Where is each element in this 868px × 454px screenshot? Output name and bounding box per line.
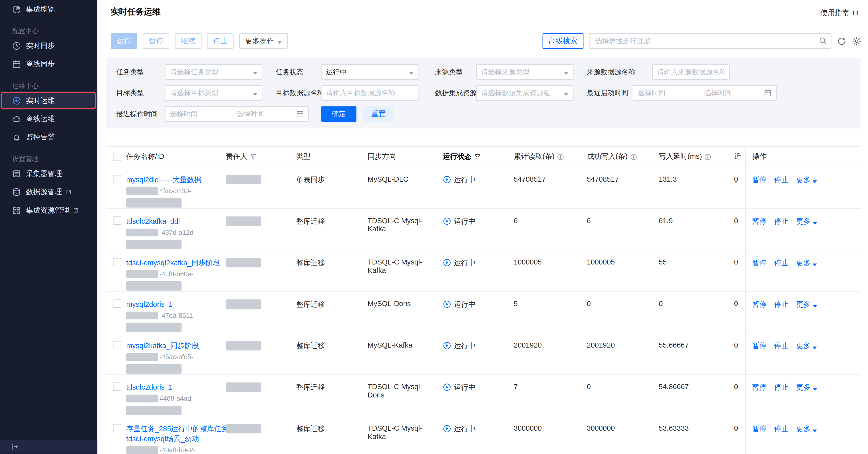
advanced-search-button[interactable]: 高级搜索 (542, 33, 584, 49)
sidebar-item-clock[interactable]: 实时同步 (0, 37, 97, 55)
run-button[interactable]: 运行 (111, 33, 137, 49)
task-name-link[interactable]: mysql2kafka_同步阶段 (126, 341, 221, 351)
pause-button[interactable]: 暂停 (143, 33, 169, 49)
pause-link[interactable]: 暂停 (752, 300, 767, 308)
col-status-header: 运行状态 (443, 152, 472, 162)
sidebar-item-calendar-sync[interactable]: 离线同步 (0, 55, 97, 73)
table-header: 任务名称/ID 责任人 类型 同步方向 运行状态 累计读取(条) (106, 146, 861, 168)
more-link[interactable]: 更多 (796, 259, 817, 267)
settings-gear-icon[interactable] (852, 36, 861, 46)
more-link[interactable]: 更多 (796, 300, 817, 308)
source-datasource-input[interactable] (652, 64, 730, 80)
task-name-link-line2[interactable]: tdsql-cmysql场景_勿动 (126, 434, 221, 444)
more-link[interactable]: 更多 (796, 341, 817, 350)
select-all-checkbox[interactable] (113, 152, 121, 161)
stop-link[interactable]: 停止 (774, 259, 789, 267)
monitor-alert-icon (12, 132, 21, 141)
sidebar-item-realtime-ops[interactable]: 实时运维 (0, 91, 97, 110)
row-checkbox[interactable] (113, 424, 121, 432)
reset-button[interactable]: 重置 (363, 106, 394, 122)
sidebar-item-monitor-alert[interactable]: 监控告警 (0, 128, 97, 146)
info-icon[interactable] (704, 153, 711, 160)
row-checkbox[interactable] (113, 175, 121, 183)
pause-link[interactable]: 暂停 (752, 383, 767, 391)
collapse-sidebar-icon[interactable] (11, 443, 19, 451)
chevron-down-icon (409, 72, 413, 74)
task-table: 任务名称/ID 责任人 类型 同步方向 运行状态 累计读取(条) (106, 146, 861, 454)
sidebar-item-pie-chart[interactable]: 集成概览 (0, 0, 97, 18)
more-link[interactable]: 更多 (796, 176, 817, 184)
confirm-button[interactable]: 确定 (321, 106, 356, 122)
task-name-link[interactable]: 存量任务_285运行中的整库任务 (126, 424, 221, 434)
info-icon[interactable] (557, 153, 564, 160)
stop-link[interactable]: 停止 (774, 176, 789, 184)
stop-link[interactable]: 停止 (774, 383, 789, 391)
read-count: 7 (514, 383, 518, 391)
sidebar-item-collector[interactable]: 采集器管理 (0, 164, 97, 183)
pause-link[interactable]: 暂停 (752, 259, 767, 267)
filter-funnel-icon[interactable] (250, 153, 257, 160)
target-datasource-input[interactable] (321, 85, 418, 101)
filter-funnel-icon[interactable] (474, 153, 481, 160)
task-name-link[interactable]: tdsqlc2doris_1 (126, 383, 221, 393)
pause-link[interactable]: 暂停 (752, 217, 767, 225)
task-name-link[interactable]: tdsql-cmysql2kafka_同步阶段 (126, 258, 221, 268)
stop-link[interactable]: 停止 (774, 424, 789, 433)
refresh-icon[interactable] (837, 36, 846, 46)
pause-link[interactable]: 暂停 (752, 424, 767, 433)
running-status-icon (443, 175, 451, 184)
task-name-link[interactable]: mysql2dlc——大量数据 (126, 175, 221, 185)
more-link[interactable]: 更多 (796, 424, 817, 433)
resume-button[interactable]: 继续 (175, 33, 202, 49)
write-count: 0 (587, 299, 591, 308)
filter-row-3: 最近操作时间 选择时间 选择时间 确定 重置 (116, 106, 851, 122)
row-checkbox[interactable] (113, 341, 121, 349)
row-checkbox[interactable] (113, 258, 121, 266)
write-latency: 61.9 (659, 216, 673, 225)
task-name-link[interactable]: tdsqlc2kafka_ddl (126, 216, 221, 226)
sidebar-section-title: 设置管理 (0, 153, 97, 164)
sidebar-item-label: 实时运维 (26, 95, 55, 105)
stop-link[interactable]: 停止 (774, 341, 789, 350)
sidebar-item-label: 监控告警 (26, 132, 55, 142)
attribute-filter-input[interactable] (589, 33, 831, 49)
pause-link[interactable]: 暂停 (752, 176, 767, 184)
write-count: 2001920 (587, 341, 615, 349)
col-read-header: 累计读取(条) (514, 152, 555, 162)
redacted-id-part (126, 446, 158, 454)
read-count: 5 (514, 299, 518, 308)
recent-rate: 0 (734, 299, 738, 308)
recent-operation-time-label: 最近操作时间 (116, 110, 165, 119)
row-checkbox[interactable] (113, 383, 121, 391)
sidebar-item-resource[interactable]: 集成资源管理 (0, 201, 97, 219)
more-link[interactable]: 更多 (796, 217, 817, 225)
task-name-link[interactable]: mysql2doris_1 (126, 299, 221, 309)
stop-button[interactable]: 停止 (207, 33, 234, 49)
redacted-id-part (126, 187, 158, 195)
run-status: 运行中 (454, 258, 476, 268)
offline-ops-icon (12, 114, 21, 123)
task-status-select[interactable]: 运行中 (321, 64, 418, 80)
target-type-select[interactable]: 请选择目标类型 (165, 85, 262, 101)
row-checkbox[interactable] (113, 216, 121, 225)
row-checkbox[interactable] (113, 299, 121, 308)
sidebar-item-datasource[interactable]: 数据源管理 (0, 183, 97, 201)
resource-group-select[interactable]: 请选择数据集成资源组 (476, 85, 574, 101)
search-icon[interactable] (819, 37, 827, 45)
more-actions-button[interactable]: 更多操作 (239, 33, 288, 49)
sidebar-item-offline-ops[interactable]: 离线运维 (0, 110, 97, 128)
recent-start-time-range[interactable]: 选择时间 选择时间 (633, 85, 777, 101)
end-time-placeholder: 选择时间 (704, 88, 732, 98)
source-type-select[interactable]: 请选择来源类型 (476, 64, 574, 80)
task-id-fragment: -47da-8611- (159, 311, 195, 320)
pause-link[interactable]: 暂停 (752, 341, 767, 350)
running-status-icon (443, 217, 451, 225)
recent-operation-time-range[interactable]: 选择时间 选择时间 (165, 106, 309, 122)
info-icon[interactable] (630, 153, 637, 160)
usage-guide-link[interactable]: 使用指南 (820, 8, 859, 18)
task-type-select[interactable]: 请选择任务类型 (165, 64, 262, 80)
more-link[interactable]: 更多 (796, 383, 817, 391)
stop-link[interactable]: 停止 (774, 217, 789, 225)
stop-link[interactable]: 停止 (774, 300, 789, 308)
app-window: 集成概览配置中心实时同步离线同步运维中心实时运维离线运维监控告警设置管理采集器管… (0, 0, 868, 454)
